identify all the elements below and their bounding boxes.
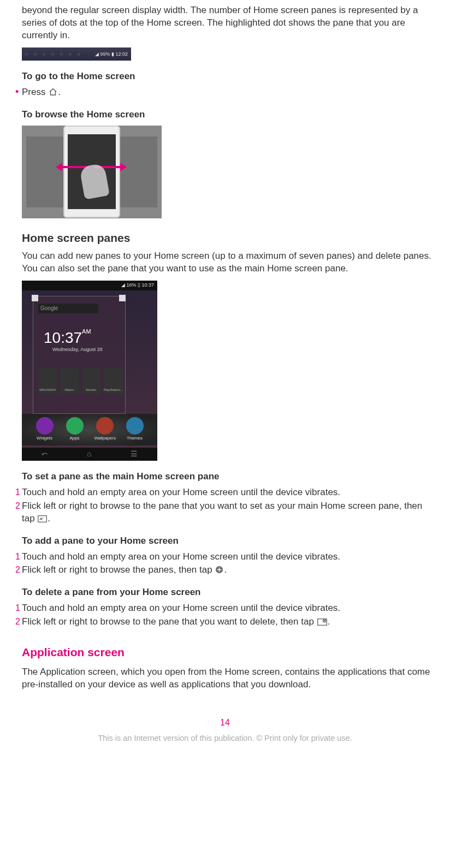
panes-section-heading: Home screen panes bbox=[22, 230, 435, 246]
add-pane-step1: Touch and hold an empty area on your Hom… bbox=[22, 551, 435, 563]
panes-wheel-item: Widgets bbox=[34, 417, 55, 442]
panes-wheel-item: Themes bbox=[125, 417, 145, 442]
svg-rect-0 bbox=[38, 515, 47, 522]
recent-icon: ☰ bbox=[131, 449, 138, 459]
home-icon bbox=[49, 88, 57, 96]
statusbar-right: ◢ 99% ▮ 12:02 bbox=[95, 51, 128, 57]
swipe-screenshot bbox=[22, 126, 162, 218]
home-flag-icon bbox=[38, 515, 47, 522]
go-home-bullet-row: • Press . bbox=[15, 86, 435, 99]
go-home-pre: Press bbox=[22, 87, 48, 97]
panes-wheel-item: Wallpapers bbox=[94, 417, 115, 442]
panes-status: ◢ 16% ▯ 10:37 bbox=[22, 281, 157, 290]
panes-thumb: PlayStation… bbox=[104, 368, 123, 394]
statusbar-screenshot: ○ ○ ○ ○ ○ ○ ○ ◢ 99% ▮ 12:02 bbox=[22, 47, 131, 61]
go-home-post: . bbox=[58, 87, 61, 97]
set-main-step2-row: 2 Flick left or right to browse to the p… bbox=[15, 500, 435, 525]
delete-pane-step1: Touch and hold an empty area on your Hom… bbox=[22, 602, 435, 615]
page-number: 14 bbox=[15, 717, 435, 729]
add-pane-step2-row: 2 Flick left or right to browse the pane… bbox=[15, 564, 435, 576]
panes-google-bar: Google bbox=[38, 304, 98, 313]
add-pane-heading: To add a pane to your Home screen bbox=[22, 535, 435, 548]
step-number: 1 bbox=[15, 551, 22, 563]
set-main-step1: Touch and hold an empty area on your Hom… bbox=[22, 486, 435, 499]
set-main-step2: Flick left or right to browse to the pan… bbox=[22, 500, 435, 525]
statusbar-dots: ○ ○ ○ ○ ○ ○ ○ bbox=[25, 51, 82, 57]
set-main-step1-row: 1 Touch and hold an empty area on your H… bbox=[15, 486, 435, 499]
panes-nav-bar: ⤺ ⌂ ☰ bbox=[22, 448, 157, 461]
step-number: 1 bbox=[15, 602, 22, 614]
step-number: 2 bbox=[15, 564, 22, 576]
add-pane-step1-row: 1 Touch and hold an empty area on your H… bbox=[15, 551, 435, 563]
panes-thumb: Movies bbox=[82, 368, 100, 394]
delete-pane-step2: Flick left or right to browse to the pan… bbox=[22, 616, 435, 628]
panes-thumb: Album bbox=[60, 368, 79, 394]
app-screen-body: The Application screen, which you open f… bbox=[15, 666, 435, 691]
panes-clock: 10:37AM bbox=[44, 328, 91, 348]
footer-text: This is an Internet version of this publ… bbox=[15, 733, 435, 744]
delete-pane-icon bbox=[317, 619, 327, 626]
add-pane-step2: Flick left or right to browse the panes,… bbox=[22, 564, 435, 576]
bullet-marker: • bbox=[15, 86, 22, 98]
panes-inner bbox=[33, 296, 126, 414]
panes-wheel: Widgets Apps Wallpapers Themes bbox=[22, 414, 157, 445]
panes-section-body: You can add new panes to your Home scree… bbox=[15, 250, 435, 275]
page-content: beyond the regular screen display width.… bbox=[0, 0, 450, 766]
set-main-heading: To set a pane as the main Home screen pa… bbox=[22, 471, 435, 483]
panes-corner-tr-icon bbox=[119, 295, 126, 301]
step-number: 2 bbox=[15, 500, 22, 512]
home-nav-icon: ⌂ bbox=[87, 449, 91, 459]
panes-thumb: WALKMAN bbox=[38, 368, 57, 394]
browse-home-heading: To browse the Home screen bbox=[22, 109, 435, 121]
panes-wheel-item: Apps bbox=[64, 417, 85, 442]
panes-screenshot: ◢ 16% ▯ 10:37 Google 10:37AM Wednesday, … bbox=[22, 281, 157, 461]
panes-thumb-row: WALKMAN Album Movies PlayStation… bbox=[38, 368, 123, 394]
plus-circle-icon bbox=[215, 566, 223, 574]
panes-clock-sub: Wednesday, August 28 bbox=[52, 346, 103, 353]
delete-pane-step1-row: 1 Touch and hold an empty area on your H… bbox=[15, 602, 435, 615]
step-number: 1 bbox=[15, 486, 22, 498]
go-home-text: Press . bbox=[22, 86, 435, 99]
panes-corner-tl-icon bbox=[32, 295, 38, 301]
back-icon: ⤺ bbox=[42, 449, 48, 459]
delete-pane-heading: To delete a pane from your Home screen bbox=[22, 586, 435, 599]
step-number: 2 bbox=[15, 616, 22, 628]
delete-pane-step2-row: 2 Flick left or right to browse to the p… bbox=[15, 616, 435, 628]
go-home-heading: To go to the Home screen bbox=[22, 70, 435, 83]
app-screen-heading: Application screen bbox=[22, 645, 435, 660]
intro-paragraph: beyond the regular screen display width.… bbox=[15, 4, 435, 42]
